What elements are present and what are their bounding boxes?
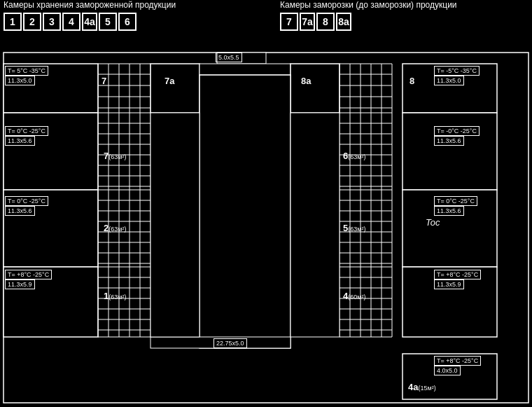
room8a-label: 8а	[301, 76, 311, 86]
room4-60-temp: T= +8°C -25°C	[434, 270, 481, 280]
room4a-size: 4.0x5.0	[434, 366, 461, 375]
room5-63-size: 11.3x5.6	[434, 206, 464, 216]
num-1: 1	[4, 13, 22, 31]
svg-rect-123	[290, 113, 340, 337]
room8-label: 8	[410, 76, 414, 86]
room6-63-temp: T= -0°C -25°C	[434, 126, 479, 136]
num-4a: 4а	[82, 13, 97, 31]
num-8a: 8а	[336, 13, 351, 31]
header-left-numbers: 1 2 3 4 4а 5 6	[4, 13, 176, 31]
room8-size-top: 11.3x5.0	[434, 76, 464, 85]
main-container: Камеры хранения замороженной продукции 1…	[0, 0, 532, 407]
room2-63-temp: T= 0°C -25°C	[5, 196, 48, 206]
svg-rect-122	[150, 113, 200, 337]
room4-60-size: 11.3x5.9	[434, 280, 464, 289]
room4a-temp: T= +8°C -25°C	[434, 356, 481, 366]
diagram-svg	[0, 49, 532, 406]
room2-63-label: 2(63м²)	[104, 223, 126, 233]
svg-rect-16	[200, 64, 290, 75]
svg-rect-46	[402, 113, 497, 190]
diagram: 5.0x5.5 7 7а 8а 8 T= 5°C -35°C 11.3x5.0 …	[0, 49, 532, 406]
num-2: 2	[23, 13, 41, 31]
room7-temp-top: T= 5°C -35°C	[5, 66, 48, 76]
room6-63-label: 6(63м²)	[343, 151, 365, 161]
room7-63-size: 11.3x5.6	[5, 136, 35, 146]
room5-63-label: 5(63м²)	[343, 223, 365, 233]
header-right-numbers: 7 7а 8 8а	[280, 13, 457, 31]
room2-63-size: 11.3x5.6	[5, 206, 35, 216]
room4a-15-label: 4а(15м²)	[408, 382, 436, 392]
num-4: 4	[62, 13, 80, 31]
room6-63-size: 11.3x5.6	[434, 136, 464, 146]
svg-rect-61	[200, 75, 290, 348]
room1-63-temp: T= +8°C -25°C	[5, 270, 52, 280]
num-7a: 7а	[300, 13, 315, 31]
svg-rect-17	[290, 64, 340, 113]
room1-63-label: 1(63м²)	[104, 291, 126, 301]
num-5: 5	[99, 13, 117, 31]
room7-63-temp: T= 0°C -25°C	[5, 126, 48, 136]
room7-label: 7	[102, 76, 106, 86]
header-right: Камеры заморозки (до заморозки) продукци…	[280, 0, 457, 31]
num-6: 6	[118, 13, 136, 31]
svg-rect-31	[4, 113, 98, 190]
room7-size-top: 11.3x5.0	[5, 76, 35, 85]
header-left-title: Камеры хранения замороженной продукции	[4, 0, 176, 10]
num-7: 7	[280, 13, 298, 31]
room4-60-label: 4(60м²)	[343, 291, 365, 301]
header-left: Камеры хранения замороженной продукции 1…	[4, 0, 176, 31]
svg-rect-15	[150, 64, 200, 113]
room5-63-temp: T= 0°C -25°C	[434, 196, 477, 206]
toc-label: Toc	[426, 217, 440, 228]
room7a-label: 7а	[164, 76, 174, 86]
room8-temp-top: T= -5°C -35°C	[434, 66, 479, 76]
corridor-bottom-label: 22.75x5.0	[214, 338, 247, 348]
num-8: 8	[316, 13, 335, 31]
num-3: 3	[43, 13, 61, 31]
room7-63-label: 7(63м²)	[104, 151, 126, 161]
header-right-title: Камеры заморозки (до заморозки) продукци…	[280, 0, 457, 10]
room1-63-size: 11.3x5.9	[5, 280, 35, 289]
corridor-top-label: 5.0x5.5	[216, 53, 242, 62]
